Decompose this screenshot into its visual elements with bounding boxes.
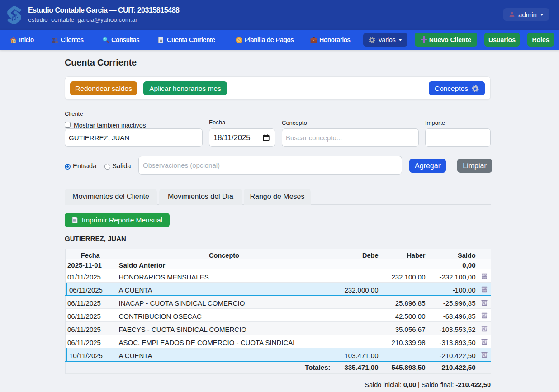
svg-text:$: $ xyxy=(238,38,240,42)
